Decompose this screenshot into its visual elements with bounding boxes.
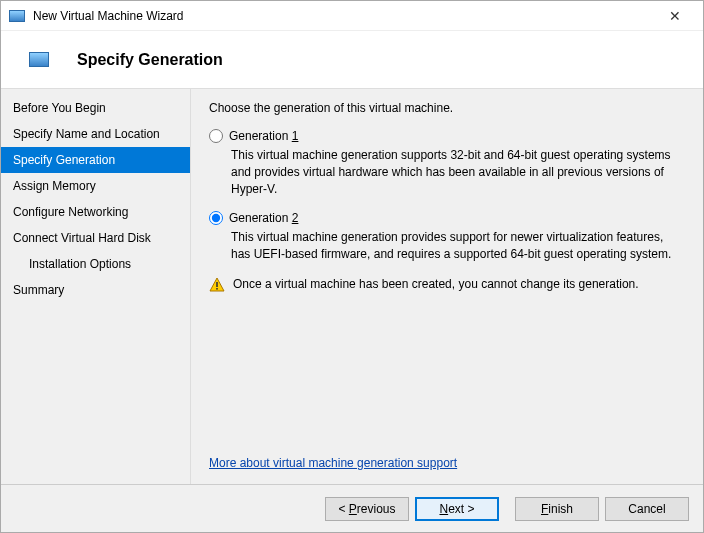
finish-button[interactable]: Finish [515, 497, 599, 521]
content-pane: Choose the generation of this virtual ma… [191, 89, 703, 484]
step-configure-networking[interactable]: Configure Networking [1, 199, 190, 225]
cancel-button[interactable]: Cancel [605, 497, 689, 521]
generation-2-radio[interactable] [209, 211, 223, 225]
step-summary[interactable]: Summary [1, 277, 190, 303]
app-icon [9, 10, 25, 22]
close-button[interactable]: ✕ [655, 5, 695, 27]
next-button[interactable]: Next > [415, 497, 499, 521]
previous-button[interactable]: < Previous [325, 497, 409, 521]
spacer [209, 293, 685, 456]
wizard-footer: < Previous Next > Finish Cancel [1, 484, 703, 532]
generation-2-option[interactable]: Generation 2 [209, 211, 685, 225]
wizard-header: Specify Generation [1, 31, 703, 89]
window-title: New Virtual Machine Wizard [33, 9, 655, 23]
wizard-window: New Virtual Machine Wizard ✕ Specify Gen… [0, 0, 704, 533]
svg-rect-2 [216, 288, 218, 290]
generation-1-label: Generation 1 [229, 129, 298, 143]
warning-text: Once a virtual machine has been created,… [233, 277, 639, 291]
more-about-generation-link[interactable]: More about virtual machine generation su… [209, 456, 685, 470]
step-specify-generation[interactable]: Specify Generation [1, 147, 190, 173]
header-icon [29, 52, 49, 67]
wizard-body: Before You Begin Specify Name and Locati… [1, 89, 703, 484]
step-connect-virtual-hard-disk[interactable]: Connect Virtual Hard Disk [1, 225, 190, 251]
step-installation-options[interactable]: Installation Options [1, 251, 190, 277]
step-specify-name-and-location[interactable]: Specify Name and Location [1, 121, 190, 147]
generation-1-description: This virtual machine generation supports… [231, 147, 685, 197]
svg-rect-1 [216, 282, 218, 287]
generation-2-label: Generation 2 [229, 211, 298, 225]
generation-2-description: This virtual machine generation provides… [231, 229, 685, 263]
step-assign-memory[interactable]: Assign Memory [1, 173, 190, 199]
prompt-text: Choose the generation of this virtual ma… [209, 101, 685, 115]
warning-row: Once a virtual machine has been created,… [209, 277, 685, 293]
step-before-you-begin[interactable]: Before You Begin [1, 95, 190, 121]
titlebar: New Virtual Machine Wizard ✕ [1, 1, 703, 31]
page-title: Specify Generation [77, 51, 223, 69]
close-icon: ✕ [669, 8, 681, 24]
steps-sidebar: Before You Begin Specify Name and Locati… [1, 89, 191, 484]
generation-1-option[interactable]: Generation 1 [209, 129, 685, 143]
warning-icon [209, 277, 225, 293]
generation-1-radio[interactable] [209, 129, 223, 143]
